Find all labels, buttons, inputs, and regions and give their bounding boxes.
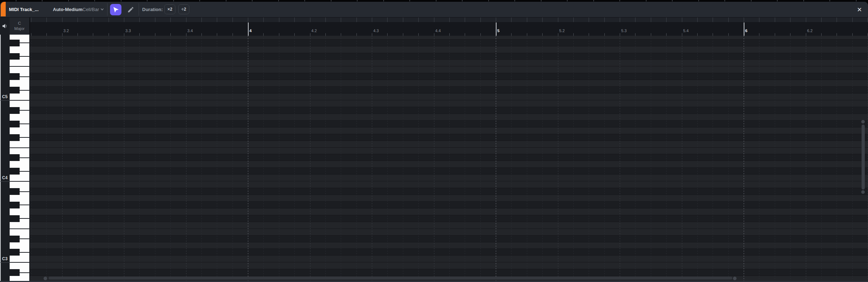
ruler-tick [837, 33, 837, 36]
ruler-tick [542, 33, 543, 36]
ruler-tick [294, 33, 295, 36]
cell-strip-line [62, 17, 63, 22]
key-signature-badge[interactable]: C Major [10, 17, 29, 35]
piano-key-D#3[interactable] [10, 236, 20, 242]
ruler-tick [651, 33, 651, 36]
divider [29, 17, 30, 35]
cell-strip-line [775, 17, 775, 22]
grid-line [604, 36, 605, 281]
ruler-label-3.3: 3.3 [125, 29, 131, 33]
ruler-tick [449, 33, 450, 36]
ruler-tick [325, 33, 326, 36]
cell-bar-strip[interactable] [0, 17, 868, 22]
horizontal-scrollbar-thumb[interactable] [49, 277, 732, 280]
quantize-preset-label[interactable]: Auto-Medium [53, 2, 83, 17]
grid-line [124, 36, 124, 281]
ruler-tick [558, 33, 558, 36]
hscroll-zoom-handle-right[interactable] [733, 277, 737, 280]
piano-key-C#5[interactable] [10, 87, 20, 94]
pencil-tool-button[interactable] [125, 4, 136, 15]
piano-keyboard[interactable]: C5C4C3 [0, 33, 30, 281]
ruler-tick [759, 33, 759, 36]
vertical-scrollbar-thumb[interactable] [862, 125, 865, 190]
timeline-ruler[interactable]: 3.23.33.444.24.34.455.25.35.466.2 [0, 22, 868, 36]
octave-divider [0, 100, 10, 101]
grid-line [155, 36, 155, 281]
ruler-tick [418, 33, 419, 36]
cell-strip-line [263, 17, 264, 22]
ruler-tick [589, 33, 589, 36]
vscroll-zoom-handle-bottom[interactable] [861, 190, 865, 194]
grid-line [248, 36, 248, 281]
piano-key-A#4[interactable] [10, 107, 20, 114]
chevron-down-icon[interactable] [100, 7, 104, 11]
ruler-tick [201, 33, 202, 36]
grid-line [511, 36, 512, 281]
piano-key-G#3[interactable] [10, 202, 20, 208]
ruler-tick [279, 33, 279, 36]
piano-key-F#5[interactable] [10, 53, 20, 60]
background-ruler-tick [541, 0, 542, 1]
piano-key-A#2[interactable] [10, 269, 20, 276]
cell-strip-line [341, 17, 341, 22]
grid-mode-dropdown[interactable]: Cell/Bar [83, 2, 99, 17]
ruler-tick [310, 33, 310, 36]
grid-line [666, 36, 667, 281]
close-button[interactable]: ✕ [854, 4, 865, 15]
preview-audition-cell[interactable] [0, 17, 10, 35]
piano-key-C#4[interactable] [10, 168, 20, 175]
ruler-tick [387, 33, 388, 36]
ruler-tick [465, 33, 465, 36]
ruler-tick [635, 33, 635, 36]
ruler-tick [78, 33, 78, 36]
cell-strip-line [217, 17, 217, 22]
note-grid[interactable] [0, 36, 868, 281]
cell-strip-line [852, 17, 853, 22]
vscroll-zoom-handle-top[interactable] [861, 120, 865, 124]
background-ruler-tick [619, 0, 620, 1]
grid-line [294, 36, 295, 281]
piano-key-F#4[interactable] [10, 134, 20, 141]
ruler-tick [46, 33, 47, 36]
cell-strip-line [604, 17, 605, 22]
duration-halve-button[interactable]: ÷2 [178, 4, 189, 14]
piano-key-D#4[interactable] [10, 154, 20, 161]
background-ruler-tick [409, 0, 410, 1]
duration-double-button[interactable]: ×2 [164, 4, 175, 14]
piano-key-G#4[interactable] [10, 121, 20, 127]
cell-strip-line [201, 17, 202, 22]
hscroll-zoom-handle-left[interactable] [44, 277, 47, 280]
piano-key-G#5[interactable] [10, 40, 20, 46]
piano-key-A#3[interactable] [10, 188, 20, 195]
grid-line [170, 36, 171, 281]
background-ruler-tick [252, 0, 253, 1]
ruler-tick [109, 33, 109, 36]
track-color-accent [1, 2, 6, 16]
cell-strip-line [46, 17, 47, 22]
ruler-tick [93, 33, 93, 36]
piano-key-D#5[interactable] [10, 73, 20, 80]
grid-line [356, 36, 357, 281]
ruler-label-4.4: 4.4 [435, 29, 441, 33]
grid-line [233, 36, 233, 281]
cursor-arrow-icon [112, 6, 120, 14]
background-ruler-tick [724, 0, 725, 1]
ruler-label-5.3: 5.3 [621, 29, 627, 33]
ruler-tick [666, 33, 667, 36]
background-ruler-tick [462, 0, 463, 1]
ruler-tick [217, 33, 217, 36]
cell-strip-line [139, 17, 140, 22]
smart-tool-button[interactable] [110, 4, 121, 15]
grid-line [434, 36, 434, 281]
background-ruler-tick [304, 0, 305, 1]
cell-strip-line [651, 17, 651, 22]
ruler-tick [821, 33, 822, 36]
piano-key-F#3[interactable] [10, 215, 20, 222]
ruler-tick [155, 33, 155, 36]
grid-line [790, 36, 790, 281]
cell-strip-line [233, 17, 233, 22]
pencil-icon [127, 6, 134, 13]
grid-line [573, 36, 574, 281]
grid-line [449, 36, 450, 281]
piano-key-C#3[interactable] [10, 249, 20, 256]
